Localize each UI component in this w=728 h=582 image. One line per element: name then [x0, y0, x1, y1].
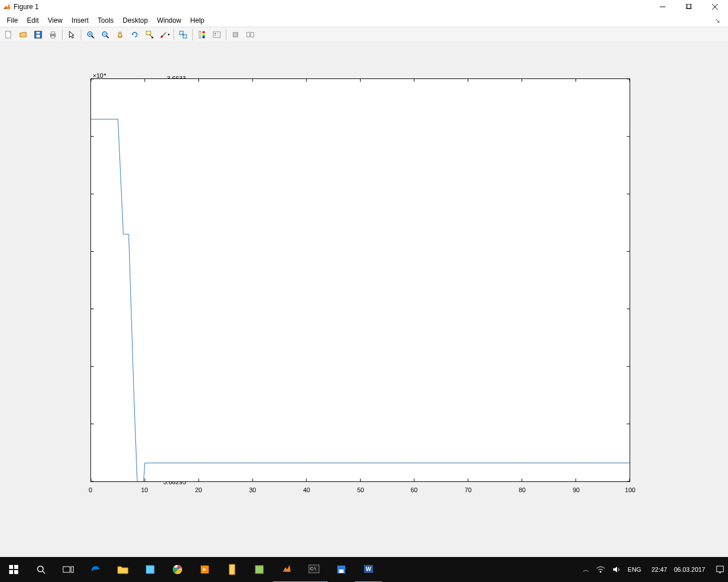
x-tick-label: 30	[249, 487, 256, 493]
zoom-in-icon[interactable]	[84, 28, 97, 41]
svg-rect-78	[14, 565, 18, 569]
x-tick-label: 50	[357, 487, 364, 493]
axes[interactable]	[90, 78, 630, 482]
svg-line-13	[92, 36, 94, 38]
app-icon-5[interactable]	[328, 557, 355, 582]
toolbar-separator	[81, 29, 81, 40]
brush-icon[interactable]: ▾	[158, 28, 171, 41]
zoom-out-icon[interactable]	[98, 28, 112, 41]
menu-help[interactable]: Help	[186, 15, 209, 26]
svg-rect-26	[199, 31, 201, 38]
svg-rect-2	[687, 4, 692, 9]
pointer-icon[interactable]	[65, 28, 78, 41]
x-tick-label: 70	[465, 487, 471, 493]
menu-bar: File Edit View Insert Tools Desktop Wind…	[0, 14, 728, 27]
open-icon[interactable]	[16, 28, 30, 41]
print-icon[interactable]	[46, 28, 60, 41]
save-icon[interactable]	[31, 28, 45, 41]
menu-view[interactable]: View	[43, 15, 67, 26]
figure-canvas[interactable]: ×10⁴ 3.66295 3.663 3.66305 3.6631 3.6631…	[0, 41, 728, 557]
svg-rect-29	[202, 35, 205, 36]
window-title: Figure 1	[14, 3, 39, 11]
link-icon[interactable]	[176, 28, 190, 41]
app-icon-4[interactable]	[246, 557, 273, 582]
toolbar-separator	[226, 29, 226, 40]
legend-icon[interactable]	[210, 28, 224, 41]
menu-window[interactable]: Window	[152, 15, 186, 26]
toolbar-separator	[62, 29, 63, 40]
dock-icon[interactable]: ↘	[709, 15, 726, 26]
rotate-icon[interactable]	[128, 28, 142, 41]
toolbar-separator	[192, 29, 193, 40]
x-tick-label: 40	[303, 487, 310, 493]
svg-rect-80	[14, 570, 18, 574]
svg-rect-36	[233, 32, 238, 37]
app-icon-1[interactable]	[136, 557, 164, 582]
app-icon-2[interactable]	[191, 557, 218, 582]
show-plottools-icon[interactable]	[243, 28, 257, 41]
svg-rect-30	[202, 36, 205, 38]
chrome-icon[interactable]	[164, 557, 191, 582]
menu-desktop[interactable]: Desktop	[118, 15, 152, 26]
word-icon[interactable]: W	[355, 556, 382, 582]
close-button[interactable]	[702, 0, 728, 14]
svg-rect-27	[202, 31, 205, 33]
svg-rect-31	[213, 32, 220, 38]
svg-line-17	[106, 36, 109, 38]
clock[interactable]: 22:47 06.03.2017	[644, 557, 712, 582]
svg-point-81	[38, 566, 43, 572]
matlab-taskbar-icon[interactable]	[273, 556, 300, 582]
search-icon[interactable]	[27, 557, 55, 582]
notifications-icon[interactable]	[712, 557, 728, 582]
menu-insert[interactable]: Insert	[67, 15, 93, 26]
svg-rect-1	[686, 4, 690, 9]
clock-date: 06.03.2017	[671, 557, 709, 582]
x-tick-label: 80	[519, 487, 526, 493]
matlab-logo-icon	[2, 2, 11, 11]
system-tray: ︿ ENG 22:47 06.03.2017	[580, 557, 728, 582]
x-tick-label: 60	[411, 487, 417, 493]
svg-rect-10	[51, 32, 55, 34]
new-icon[interactable]	[2, 28, 15, 41]
svg-line-82	[43, 571, 45, 573]
language-indicator[interactable]: ENG	[624, 557, 645, 582]
svg-line-22	[163, 32, 166, 36]
svg-rect-89	[229, 564, 235, 575]
clock-time: 22:47	[648, 557, 671, 582]
line-plot	[91, 79, 630, 481]
svg-rect-85	[146, 566, 154, 573]
wifi-icon[interactable]	[593, 557, 609, 582]
svg-rect-37	[247, 32, 250, 37]
hide-plottools-icon[interactable]	[229, 28, 242, 41]
menu-tools[interactable]: Tools	[93, 15, 118, 26]
svg-rect-77	[9, 565, 13, 569]
explorer-icon[interactable]	[109, 557, 136, 582]
toolbar-separator	[173, 29, 174, 40]
menu-edit[interactable]: Edit	[22, 15, 43, 26]
menu-file[interactable]: File	[2, 15, 22, 26]
tray-chevron-icon[interactable]: ︿	[580, 557, 593, 582]
start-button[interactable]	[0, 557, 27, 582]
svg-rect-94	[339, 569, 344, 573]
x-tick-label: 90	[573, 487, 580, 493]
svg-text:W: W	[366, 566, 371, 572]
svg-rect-38	[251, 32, 254, 37]
edge-icon[interactable]	[82, 557, 109, 582]
svg-point-21	[152, 37, 154, 39]
cmd-icon[interactable]: C:\	[300, 556, 328, 582]
windows-taskbar: C:\ W ︿ ENG 22:47 06.03.2017	[0, 557, 728, 582]
svg-rect-98	[717, 566, 723, 572]
volume-icon[interactable]	[609, 557, 624, 582]
minimize-button[interactable]	[650, 0, 676, 14]
app-icon-3[interactable]	[218, 557, 246, 582]
title-bar: Figure 1	[0, 0, 728, 14]
svg-rect-7	[36, 35, 40, 38]
taskview-icon[interactable]	[55, 557, 82, 582]
maximize-button[interactable]	[676, 0, 702, 14]
colorbar-icon[interactable]	[195, 28, 209, 41]
x-tick-label: 0	[89, 487, 92, 493]
svg-rect-79	[9, 570, 13, 574]
svg-rect-28	[202, 33, 205, 35]
datacursor-icon[interactable]	[143, 28, 156, 41]
pan-icon[interactable]	[113, 28, 127, 41]
